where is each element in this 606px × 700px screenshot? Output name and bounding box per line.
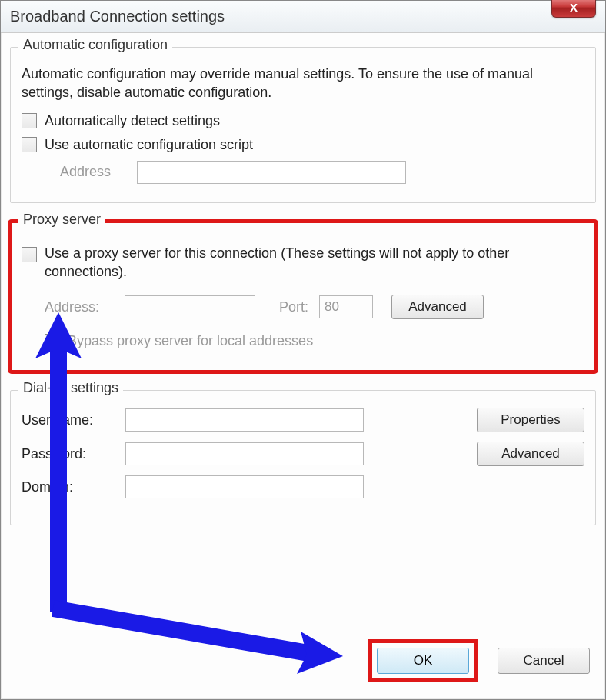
auto-address-row: Address <box>60 161 584 184</box>
dialup-domain-input[interactable] <box>125 475 364 498</box>
auto-address-label: Address <box>60 164 137 180</box>
auto-detect-label: Automatically detect settings <box>45 113 220 129</box>
dialup-advanced-label: Advanced <box>501 446 560 462</box>
auto-script-label: Use automatic configuration script <box>45 137 253 153</box>
cancel-button[interactable]: Cancel <box>498 648 590 674</box>
ok-button[interactable]: OK <box>377 648 469 674</box>
dialup-advanced-button[interactable]: Advanced <box>477 442 584 466</box>
proxy-use-row: Use a proxy server for this connection (… <box>22 244 584 282</box>
dialup-password-row: Password: Advanced <box>22 442 584 466</box>
auto-group-title: Automatic configuration <box>18 37 172 53</box>
proxy-bypass-label: Bypass proxy server for local addresses <box>68 333 313 349</box>
close-button[interactable]: X <box>551 0 596 18</box>
ok-highlight-box: OK <box>368 639 478 682</box>
dialup-domain-label: Domain: <box>22 479 125 495</box>
auto-script-checkbox[interactable] <box>22 137 37 152</box>
dialog-footer: OK Cancel <box>368 639 590 682</box>
proxy-bypass-checkbox[interactable] <box>45 334 60 349</box>
dialog-content: Automatic configuration Automatic config… <box>1 33 605 525</box>
automatic-configuration-group: Automatic configuration Automatic config… <box>10 47 596 203</box>
titlebar: Broadband Connection settings X <box>1 1 605 33</box>
proxy-use-checkbox[interactable] <box>22 247 37 262</box>
dialog-title: Broadband Connection settings <box>10 8 225 25</box>
ok-button-label: OK <box>414 653 433 668</box>
proxy-port-input[interactable] <box>319 295 373 318</box>
dialup-user-row: User name: Properties <box>22 408 584 432</box>
proxy-port-label: Port: <box>266 299 308 315</box>
proxy-use-label: Use a proxy server for this connection (… <box>45 244 584 282</box>
auto-detect-checkbox[interactable] <box>22 113 37 128</box>
dialup-group-title: Dial-up settings <box>18 380 123 396</box>
proxy-server-group: Proxy server Use a proxy server for this… <box>10 222 596 372</box>
dialup-user-input[interactable] <box>125 408 364 432</box>
dialup-properties-label: Properties <box>501 412 560 428</box>
auto-description: Automatic configuration may override man… <box>22 65 584 102</box>
proxy-advanced-button[interactable]: Advanced <box>391 295 484 319</box>
close-icon: X <box>570 1 578 14</box>
auto-detect-row: Automatically detect settings <box>22 113 584 129</box>
cancel-button-label: Cancel <box>524 653 564 668</box>
proxy-address-input[interactable] <box>125 295 255 318</box>
dialog-window: Broadband Connection settings X Automati… <box>0 0 606 700</box>
dialup-password-label: Password: <box>22 446 125 462</box>
dialup-properties-button[interactable]: Properties <box>477 408 584 432</box>
proxy-group-title: Proxy server <box>18 212 105 228</box>
dialup-user-label: User name: <box>22 412 125 428</box>
auto-script-row: Use automatic configuration script <box>22 137 584 153</box>
proxy-address-row: Address: Port: Advanced <box>45 295 584 319</box>
dialup-settings-group: Dial-up settings User name: Properties P… <box>10 390 596 525</box>
proxy-bypass-row: Bypass proxy server for local addresses <box>45 333 584 349</box>
proxy-address-label: Address: <box>45 299 114 315</box>
dialup-domain-row: Domain: <box>22 475 584 498</box>
dialup-password-input[interactable] <box>125 442 364 465</box>
proxy-advanced-label: Advanced <box>408 299 467 315</box>
auto-address-input[interactable] <box>137 161 406 184</box>
